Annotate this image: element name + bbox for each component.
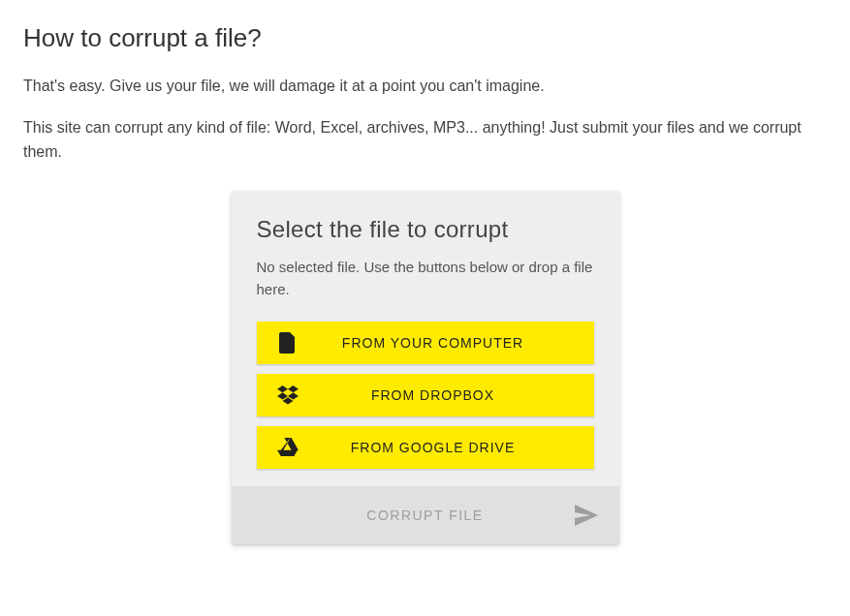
google-drive-icon (257, 438, 319, 457)
from-dropbox-label: FROM DROPBOX (319, 387, 594, 403)
dropbox-icon (257, 385, 319, 405)
from-google-drive-label: FROM GOOGLE DRIVE (319, 440, 594, 455)
send-icon (575, 505, 598, 526)
dropzone-area[interactable]: Select the file to corrupt No selected f… (232, 191, 619, 486)
from-dropbox-button[interactable]: FROM DROPBOX (257, 374, 594, 416)
corrupt-file-label: CORRUPT FILE (366, 508, 483, 523)
page-heading: How to corrupt a file? (23, 23, 827, 53)
intro-paragraph-2: This site can corrupt any kind of file: … (23, 116, 827, 165)
from-google-drive-button[interactable]: FROM GOOGLE DRIVE (257, 426, 594, 469)
upload-card: Select the file to corrupt No selected f… (232, 191, 619, 544)
from-computer-button[interactable]: FROM YOUR COMPUTER (257, 322, 594, 364)
card-title: Select the file to corrupt (257, 216, 594, 243)
from-computer-label: FROM YOUR COMPUTER (319, 335, 594, 351)
selected-file-hint: No selected file. Use the buttons below … (257, 257, 594, 300)
file-icon (257, 332, 319, 354)
corrupt-file-button[interactable]: CORRUPT FILE (232, 486, 619, 544)
intro-paragraph-1: That's easy. Give us your file, we will … (23, 75, 827, 99)
